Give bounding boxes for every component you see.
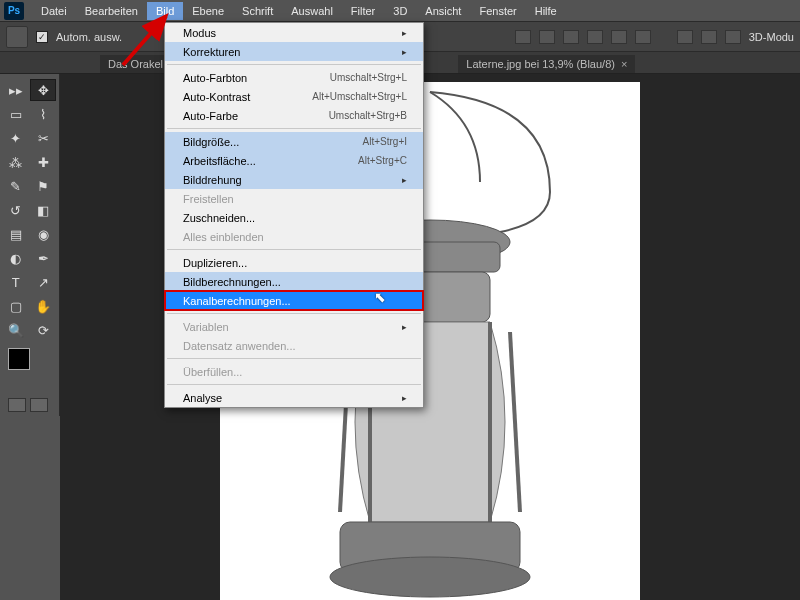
- menu-separator: [167, 128, 421, 129]
- menu-item-duplizieren-[interactable]: Duplizieren...: [165, 253, 423, 272]
- svg-point-8: [330, 557, 530, 597]
- menu-item-bilddrehung[interactable]: Bilddrehung: [165, 170, 423, 189]
- bild-dropdown-menu: ModusKorrekturenAuto-FarbtonUmschalt+Str…: [164, 22, 424, 408]
- menu-item-auto-farbton[interactable]: Auto-FarbtonUmschalt+Strg+L: [165, 68, 423, 87]
- menu-item--berf-llen-: Überfüllen...: [165, 362, 423, 381]
- menubar: Ps Datei Bearbeiten Bild Ebene Schrift A…: [0, 0, 800, 22]
- eyedropper-tool[interactable]: ⁂: [3, 151, 29, 173]
- stamp-tool[interactable]: ⚑: [31, 175, 57, 197]
- align-icon[interactable]: [539, 30, 555, 44]
- menu-bearbeiten[interactable]: Bearbeiten: [76, 2, 147, 20]
- rotate-tool[interactable]: ⟳: [31, 319, 57, 341]
- align-icon[interactable]: [611, 30, 627, 44]
- menu-separator: [167, 64, 421, 65]
- menu-bild[interactable]: Bild: [147, 2, 183, 20]
- tab-label: Laterne.jpg bei 13,9% (Blau/8): [466, 58, 615, 70]
- menu-item-arbeitsfl-che-[interactable]: Arbeitsfläche...Alt+Strg+C: [165, 151, 423, 170]
- auto-select-label: Autom. ausw.: [56, 31, 122, 43]
- menu-item-auto-kontrast[interactable]: Auto-KontrastAlt+Umschalt+Strg+L: [165, 87, 423, 106]
- menu-item-korrekturen[interactable]: Korrekturen: [165, 42, 423, 61]
- svg-line-6: [510, 332, 520, 512]
- mode-label: 3D-Modu: [749, 31, 794, 43]
- marquee-tool[interactable]: ▭: [3, 103, 29, 125]
- lasso-tool[interactable]: ⌇: [31, 103, 57, 125]
- gradient-tool[interactable]: ▤: [3, 223, 29, 245]
- eraser-tool[interactable]: ◧: [31, 199, 57, 221]
- hand-tool[interactable]: ✋: [31, 295, 57, 317]
- wand-tool[interactable]: ✦: [3, 127, 29, 149]
- menu-hilfe[interactable]: Hilfe: [526, 2, 566, 20]
- path-tool[interactable]: ↗: [31, 271, 57, 293]
- menu-item-variablen: Variablen: [165, 317, 423, 336]
- foreground-swatch[interactable]: [8, 348, 30, 370]
- menu-separator: [167, 384, 421, 385]
- align-icon[interactable]: [515, 30, 531, 44]
- menu-datei[interactable]: Datei: [32, 2, 76, 20]
- menu-item-auto-farbe[interactable]: Auto-FarbeUmschalt+Strg+B: [165, 106, 423, 125]
- quickmask-button[interactable]: [8, 398, 26, 412]
- heal-tool[interactable]: ✚: [31, 151, 57, 173]
- history-brush-tool[interactable]: ↺: [3, 199, 29, 221]
- collapse-icon[interactable]: ▸▸: [3, 79, 28, 101]
- align-icon[interactable]: [563, 30, 579, 44]
- color-swatches[interactable]: [8, 348, 52, 388]
- screenmode-button[interactable]: [30, 398, 48, 412]
- brush-tool[interactable]: ✎: [3, 175, 29, 197]
- dodge-tool[interactable]: ◐: [3, 247, 29, 269]
- pen-tool[interactable]: ✒: [31, 247, 57, 269]
- menu-item-analyse[interactable]: Analyse: [165, 388, 423, 407]
- menu-item-zuschneiden-[interactable]: Zuschneiden...: [165, 208, 423, 227]
- app-logo: Ps: [4, 2, 24, 20]
- distribute-icon[interactable]: [701, 30, 717, 44]
- align-icon[interactable]: [587, 30, 603, 44]
- menu-ansicht[interactable]: Ansicht: [416, 2, 470, 20]
- zoom-tool[interactable]: 🔍: [3, 319, 29, 341]
- crop-tool[interactable]: ✂: [31, 127, 57, 149]
- menu-ebene[interactable]: Ebene: [183, 2, 233, 20]
- tool-preset-icon[interactable]: [6, 26, 28, 48]
- menu-3d[interactable]: 3D: [384, 2, 416, 20]
- menu-item-freistellen: Freistellen: [165, 189, 423, 208]
- blur-tool[interactable]: ◉: [31, 223, 57, 245]
- distribute-icon[interactable]: [725, 30, 741, 44]
- menu-separator: [167, 249, 421, 250]
- menu-item-kanalberechnungen-[interactable]: Kanalberechnungen...: [165, 291, 423, 310]
- menu-item-bildgr-e-[interactable]: Bildgröße...Alt+Strg+I: [165, 132, 423, 151]
- shape-tool[interactable]: ▢: [3, 295, 29, 317]
- document-tab[interactable]: Laterne.jpg bei 13,9% (Blau/8) ×: [458, 55, 635, 73]
- menu-item-alles-einblenden: Alles einblenden: [165, 227, 423, 246]
- menu-separator: [167, 358, 421, 359]
- menu-schrift[interactable]: Schrift: [233, 2, 282, 20]
- menu-item-modus[interactable]: Modus: [165, 23, 423, 42]
- menu-separator: [167, 313, 421, 314]
- type-tool[interactable]: T: [3, 271, 29, 293]
- menu-filter[interactable]: Filter: [342, 2, 384, 20]
- close-icon[interactable]: ×: [621, 58, 627, 70]
- menu-item-datensatz-anwenden-: Datensatz anwenden...: [165, 336, 423, 355]
- auto-select-checkbox[interactable]: ✓: [36, 31, 48, 43]
- distribute-icon[interactable]: [677, 30, 693, 44]
- menu-fenster[interactable]: Fenster: [470, 2, 525, 20]
- align-icon[interactable]: [635, 30, 651, 44]
- toolbox: ▸▸✥ ▭⌇ ✦✂ ⁂✚ ✎⚑ ↺◧ ▤◉ ◐✒ T↗ ▢✋ 🔍⟳: [0, 74, 60, 416]
- menu-item-bildberechnungen-[interactable]: Bildberechnungen...: [165, 272, 423, 291]
- menu-auswahl[interactable]: Auswahl: [282, 2, 342, 20]
- move-tool[interactable]: ✥: [30, 79, 56, 101]
